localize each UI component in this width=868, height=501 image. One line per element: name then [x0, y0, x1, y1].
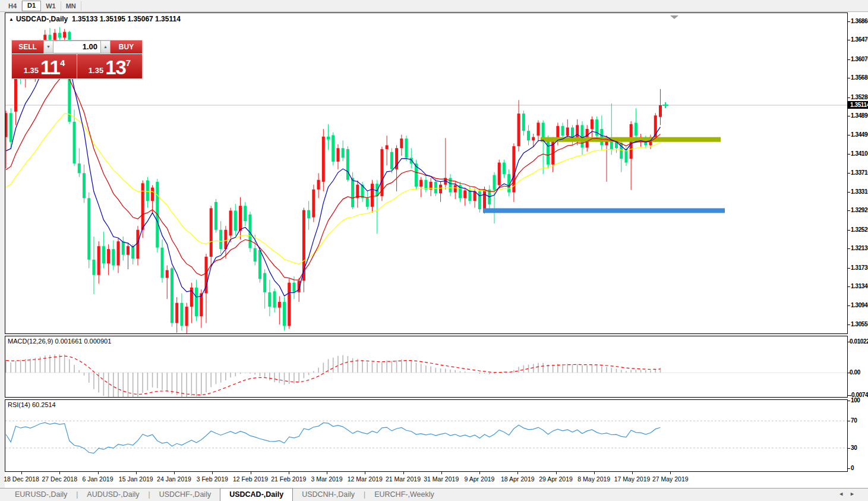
tab-eurchf[interactable]: EURCHF-,Weekly — [365, 489, 443, 501]
buy-button[interactable]: BUY — [111, 40, 142, 53]
date-axis-label: 17 May 2019 — [614, 475, 651, 483]
price-axis-label: 1.34890 — [851, 112, 868, 119]
sell-price-panel[interactable]: 1.35 11 4 — [12, 54, 77, 78]
volume-decrease-button[interactable]: ▼ — [43, 40, 53, 53]
rsi-axis-label: 70 — [851, 417, 857, 424]
macd-label: MACD(12,26,9) 0.001661 0.000901 — [8, 338, 111, 345]
one-click-trading-widget: SELL ▼ 1.00 ▲ BUY 1.35 11 4 1.35 13 7 — [11, 40, 143, 79]
date-axis-label: 12 Mar 2019 — [348, 475, 383, 483]
sell-price-prefix: 1.35 — [24, 65, 39, 76]
price-tick — [848, 97, 850, 98]
buy-price-big: 13 — [105, 59, 126, 76]
collapse-arrow-icon[interactable]: ▲ — [9, 17, 14, 22]
tab-audusd[interactable]: AUDUSD-,Daily — [78, 489, 148, 501]
date-tick — [632, 472, 633, 474]
timeframe-button-d1[interactable]: D1 — [22, 1, 41, 11]
rsi-tick — [848, 468, 850, 469]
date-axis-label: 9 Apr 2019 — [465, 475, 495, 483]
date-tick — [98, 472, 99, 474]
date-tick — [136, 472, 137, 474]
rsi-indicator-panel: RSI(14) 60.2514 — [5, 399, 848, 472]
tab-usdchf[interactable]: USDCHF-,Daily — [150, 489, 220, 501]
timeframe-button-mn[interactable]: MN — [61, 1, 81, 11]
price-axis-label: 1.31340 — [851, 283, 868, 289]
date-axis-label: 3 Feb 2019 — [197, 475, 228, 483]
price-axis-label: 1.35680 — [851, 74, 868, 81]
date-tick — [365, 472, 365, 474]
tab-eurusd[interactable]: EURUSD-,Daily — [6, 489, 76, 501]
price-axis-label: 1.31730 — [851, 264, 868, 271]
price-axis-label: 1.36860 — [851, 18, 868, 24]
macd-axis-label: 0.00 — [850, 369, 860, 376]
tab-usdcnh[interactable]: USDCNH-,Daily — [293, 489, 364, 501]
price-axis-label: 1.30940 — [851, 302, 868, 308]
price-tick — [848, 268, 850, 269]
price-tick — [848, 286, 850, 287]
date-tick — [556, 472, 557, 474]
rsi-chart[interactable] — [5, 400, 847, 471]
macd-axis-label: 0.010229 — [850, 338, 868, 345]
price-axis-label: 1.32520 — [851, 226, 868, 233]
date-tick — [517, 472, 518, 474]
date-axis-label: 12 Feb 2019 — [233, 475, 268, 483]
date-axis-label: 21 Mar 2019 — [386, 475, 421, 483]
price-axis-label: 1.32130 — [851, 245, 868, 251]
price-axis-label: 1.35280 — [851, 94, 868, 100]
buy-price-pip: 7 — [126, 54, 131, 67]
price-axis-label: 1.34490 — [851, 131, 868, 138]
date-tick — [327, 472, 327, 474]
rsi-tick — [848, 448, 850, 449]
buy-price-panel[interactable]: 1.35 13 7 — [77, 54, 142, 78]
rsi-axis-label: 0 — [851, 465, 854, 471]
price-tick — [848, 230, 850, 231]
price-axis-label: 1.33310 — [851, 188, 868, 195]
price-axis[interactable]: 1.368601.364701.360701.356801.352801.348… — [848, 12, 868, 488]
tab-scroll-arrows[interactable]: ◄► — [838, 491, 861, 497]
date-tick — [251, 472, 251, 474]
price-tick — [848, 78, 850, 78]
date-axis-label: 29 Apr 2019 — [539, 475, 573, 483]
price-tick — [848, 154, 850, 155]
timeframe-toolbar: H4D1W1MN — [0, 0, 868, 12]
price-tick — [848, 116, 850, 116]
date-axis-label: 8 May 2019 — [577, 475, 610, 483]
price-tick — [848, 324, 850, 325]
buy-price-prefix: 1.35 — [89, 65, 103, 76]
date-axis-label: 21 Feb 2019 — [271, 475, 306, 483]
scroll-end-marker-icon — [670, 15, 678, 19]
price-axis-label: 1.32920 — [851, 207, 868, 213]
main-chart-panel: ▲USDCAD-,Daily 1.35133 1.35195 1.35067 1… — [5, 12, 848, 334]
price-tick — [848, 173, 850, 174]
price-axis-label: 1.34100 — [851, 150, 868, 157]
timeframe-button-w1[interactable]: W1 — [41, 1, 61, 11]
sell-button[interactable]: SELL — [12, 40, 43, 53]
date-axis-label: 6 Jan 2019 — [83, 475, 113, 483]
rsi-label: RSI(14) 60.2514 — [8, 401, 56, 408]
tab-usdcad[interactable]: USDCAD-,Daily — [220, 488, 293, 501]
rsi-axis-label: 30 — [851, 445, 857, 451]
sell-price-pip: 4 — [60, 54, 65, 67]
date-axis-label: 31 Mar 2019 — [424, 475, 459, 483]
price-axis-label: 1.36470 — [851, 36, 868, 43]
date-axis-label: 18 Apr 2019 — [501, 475, 535, 483]
date-tick — [289, 472, 289, 474]
chart-title: ▲USDCAD-,Daily 1.35133 1.35195 1.35067 1… — [9, 15, 181, 23]
date-tick — [594, 472, 595, 474]
price-axis-label: 1.30550 — [851, 321, 868, 327]
sell-price-big: 11 — [40, 59, 60, 76]
date-tick — [479, 472, 480, 474]
price-tick — [848, 59, 850, 60]
price-tick — [848, 21, 850, 22]
price-tick — [848, 305, 850, 306]
rsi-tick — [848, 421, 850, 421]
price-tick — [848, 210, 850, 211]
date-tick — [441, 472, 442, 474]
volume-increase-button[interactable]: ▲ — [100, 40, 111, 53]
price-tick — [848, 248, 850, 249]
timeframe-button-h4[interactable]: H4 — [4, 1, 22, 11]
price-tick — [848, 192, 850, 193]
macd-chart[interactable] — [5, 336, 847, 397]
date-axis-label: 27 May 2019 — [652, 475, 689, 483]
volume-input[interactable]: 1.00 — [53, 40, 100, 53]
date-axis-label: 24 Jan 2019 — [157, 475, 191, 483]
